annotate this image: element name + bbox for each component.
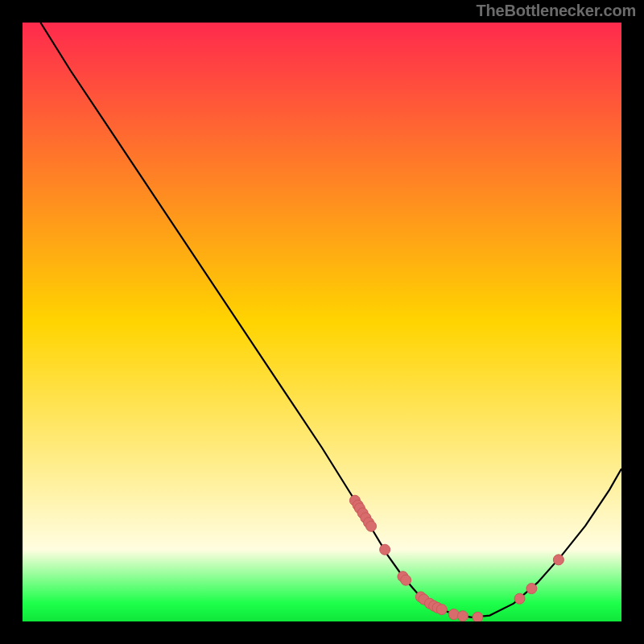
curve-dot [473,612,483,621]
curve-dot [401,575,411,585]
curve-dot [526,584,537,594]
curve-dot [514,593,525,604]
curve-dot [553,555,564,565]
curve-dot [366,521,377,531]
curve-dot [457,611,468,621]
curve-dot [436,605,447,615]
watermark-text: TheBottlenecker.com [477,2,637,20]
curve-dot [380,544,390,555]
bottleneck-curve-plot [23,23,621,621]
gradient-background [23,23,621,621]
chart-container: { "watermark": "TheBottlenecker.com", "c… [0,0,644,644]
